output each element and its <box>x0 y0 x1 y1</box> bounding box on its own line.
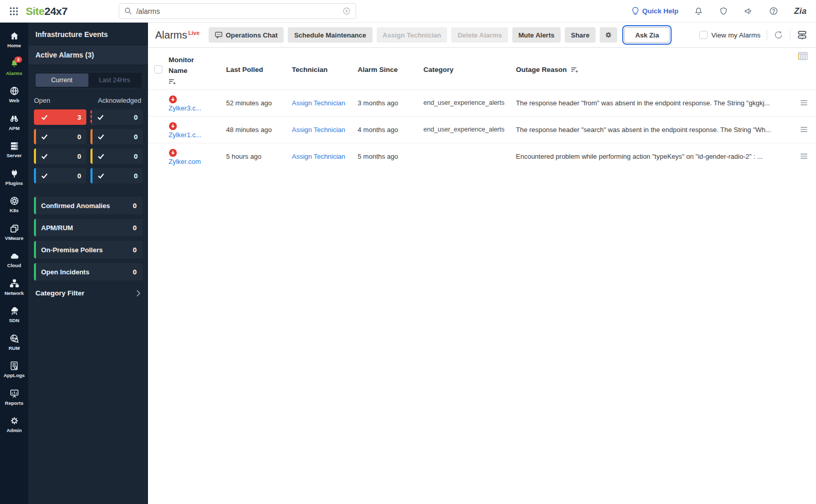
clear-search-icon[interactable] <box>343 7 350 15</box>
active-alarms-header[interactable]: Active Alarms (3) <box>28 45 148 65</box>
outage-reason-value: The response header "search" was absent … <box>516 126 793 134</box>
assign-technician-link[interactable]: Assign Technician <box>292 126 345 134</box>
summary-apm-rum[interactable]: APM/RUM 0 <box>34 219 143 236</box>
row-actions-menu-icon[interactable] <box>793 100 816 106</box>
alarms-count-badge: 3 <box>14 57 22 63</box>
header-technician[interactable]: Technician <box>292 66 358 73</box>
check-icon <box>41 154 48 159</box>
header-monitor-name[interactable]: Monitor Name <box>169 55 205 77</box>
select-all-checkbox[interactable] <box>154 65 162 73</box>
rail-item-server[interactable]: Server <box>0 139 28 166</box>
quick-help-label: Quick Help <box>642 7 679 15</box>
rail-item-apm[interactable]: APM <box>0 111 28 139</box>
open-critical-count-chip[interactable]: 0 <box>34 129 86 144</box>
delete-alarms-button: Delete Alarms <box>451 27 508 43</box>
category-filter[interactable]: Category Filter <box>35 289 141 297</box>
monitor-link[interactable]: Zylker.com <box>169 158 201 165</box>
alarms-toolbar: AlarmsLive Operations Chat Schedule Main… <box>148 23 816 48</box>
alarm-time-tabs: Current Last 24Hrs <box>34 72 142 88</box>
ack-maintenance-count-chip[interactable]: 0 <box>90 168 143 183</box>
view-my-alarms-checkbox[interactable] <box>699 31 708 39</box>
applogs-document-icon <box>9 361 19 371</box>
alarm-row-zylker3[interactable]: Zylker3.c... 52 minutes ago Assign Techn… <box>148 89 816 116</box>
monitor-link[interactable]: Zylker1.c... <box>169 131 201 139</box>
notifications-bell-icon[interactable] <box>694 6 703 16</box>
monitor-link[interactable]: Zylker3.c... <box>169 104 201 112</box>
summary-open-incidents[interactable]: Open Incidents 0 <box>34 263 143 281</box>
monitor-name-filter-icon[interactable] <box>169 79 176 84</box>
open-maintenance-count-chip[interactable]: 0 <box>34 168 86 183</box>
site24x7-logo[interactable]: Site24x7 <box>26 5 67 17</box>
summary-on-premise-pollers[interactable]: On-Premise Pollers 0 <box>34 241 143 258</box>
open-trouble-count-chip[interactable]: 0 <box>34 148 86 164</box>
column-settings-sliders-icon[interactable] <box>796 30 808 40</box>
rail-item-applogs[interactable]: AppLogs <box>0 359 28 386</box>
binoculars-icon <box>9 114 20 124</box>
quick-help-button[interactable]: Quick Help <box>632 7 679 15</box>
announcements-megaphone-icon[interactable] <box>744 6 753 16</box>
search-input[interactable] <box>136 7 343 15</box>
alarm-since-value: 3 months ago <box>358 99 423 107</box>
operations-chat-button[interactable]: Operations Chat <box>209 27 284 43</box>
page-title: Alarms <box>155 29 187 41</box>
outage-reason-value: The response header "from" was absent in… <box>516 99 793 107</box>
view-my-alarms-toggle[interactable]: View my Alarms <box>699 31 761 39</box>
header-outage-reason[interactable]: Outage Reason <box>516 66 567 73</box>
row-actions-menu-icon[interactable] <box>793 126 816 133</box>
ack-down-count-chip[interactable]: 0 <box>90 109 143 125</box>
table-header-row: Monitor Name Last Polled Technician Alar… <box>148 48 816 89</box>
rail-item-reports[interactable]: Reports <box>0 386 28 414</box>
header-alarm-since[interactable]: Alarm Since <box>358 66 423 73</box>
rail-item-k8s[interactable]: K8s <box>0 194 28 221</box>
mute-alerts-button[interactable]: Mute Alerts <box>512 27 561 43</box>
check-icon <box>98 134 104 140</box>
logo-24x7: 24x7 <box>45 5 68 17</box>
refresh-icon[interactable] <box>773 30 784 40</box>
alarm-row-zylker[interactable]: Zylker.com 5 hours ago Assign Technician… <box>148 143 816 170</box>
header-category[interactable]: Category <box>423 66 516 73</box>
rail-item-network[interactable]: Network <box>0 276 28 304</box>
summary-confirmed-anomalies[interactable]: Confirmed Anomalies 0 <box>34 197 143 214</box>
rail-item-alarms[interactable]: 3 Alarms <box>0 57 28 84</box>
rail-item-web[interactable]: Web <box>0 84 28 111</box>
security-shield-icon[interactable] <box>719 6 728 16</box>
share-button[interactable]: Share <box>565 27 596 43</box>
rail-item-vmware[interactable]: VMware <box>0 221 28 249</box>
global-search[interactable] <box>119 3 356 19</box>
rail-item-rum[interactable]: RUM <box>0 331 28 359</box>
check-icon <box>41 115 48 120</box>
check-icon <box>41 173 48 179</box>
rail-item-cloud[interactable]: Cloud <box>0 249 28 276</box>
reports-presentation-icon <box>9 388 20 399</box>
schedule-maintenance-button[interactable]: Schedule Maintenance <box>288 27 372 43</box>
app-grid-icon[interactable] <box>7 5 21 18</box>
tab-current[interactable]: Current <box>35 73 88 87</box>
row-actions-menu-icon[interactable] <box>793 153 816 159</box>
status-down-icon <box>169 148 177 157</box>
ack-critical-count-chip[interactable]: 0 <box>90 129 143 144</box>
ack-trouble-count-chip[interactable]: 0 <box>90 148 143 164</box>
alarm-settings-gear-button[interactable] <box>600 27 617 43</box>
outage-reason-filter-icon[interactable] <box>571 67 578 72</box>
alarm-since-value: 5 months ago <box>358 153 423 160</box>
assign-technician-link[interactable]: Assign Technician <box>292 99 345 107</box>
ask-zia-button[interactable]: Ask Zia <box>624 27 670 43</box>
left-icon-rail: Home 3 Alarms Web APM Server Plugins K8s <box>0 23 28 504</box>
zia-logo[interactable]: Zia <box>794 7 807 16</box>
header-last-polled[interactable]: Last Polled <box>226 66 292 73</box>
rail-item-sdn[interactable]: SDN <box>0 304 28 331</box>
table-column-picker-icon[interactable] <box>798 52 808 62</box>
rail-item-home[interactable]: Home <box>0 29 28 57</box>
top-bar: Site24x7 Quick Help Zia <box>0 0 816 23</box>
rail-item-admin[interactable]: Admin <box>0 414 28 441</box>
rail-item-plugins[interactable]: Plugins <box>0 166 28 194</box>
open-down-count-chip[interactable]: 3 <box>34 109 86 125</box>
tab-last-24hrs[interactable]: Last 24Hrs <box>88 73 141 87</box>
live-badge: Live <box>188 30 199 36</box>
sdn-cloud-icon <box>9 306 20 316</box>
help-question-icon[interactable] <box>769 6 778 16</box>
globe-icon <box>9 86 20 96</box>
check-icon <box>98 173 104 179</box>
assign-technician-link[interactable]: Assign Technician <box>292 153 345 160</box>
alarm-row-zylker1[interactable]: Zylker1.c... 48 minutes ago Assign Techn… <box>148 116 816 143</box>
